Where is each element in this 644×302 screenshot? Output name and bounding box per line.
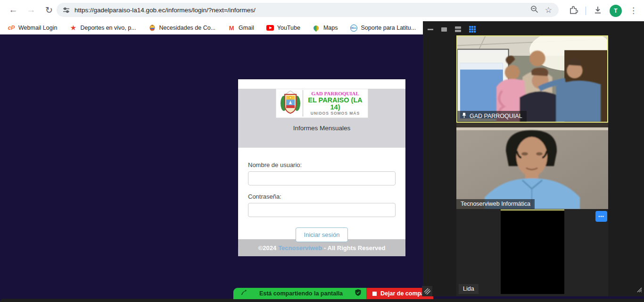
tecnoserviweb-link[interactable]: Tecnoserviweb	[278, 244, 322, 252]
speaker-view-icon[interactable]	[455, 26, 461, 32]
bookmark-maps[interactable]: Maps	[313, 24, 338, 32]
restore-icon[interactable]	[441, 27, 447, 32]
login-button[interactable]: Iniciar sesión	[296, 227, 348, 242]
sharing-status-text: Está compartiendo la pantalla	[248, 290, 355, 297]
address-bar[interactable]: https://gadelparaiso-la14.gob.ec/informe…	[57, 3, 559, 17]
bookmark-label: Gmail	[239, 25, 254, 31]
coat-of-arms-icon	[280, 90, 301, 117]
meeting-panel: GAD PARROQUIAL	[423, 21, 644, 296]
extensions-icon[interactable]	[569, 5, 578, 16]
logo-line3: UNIDOS SOMOS MÁS	[305, 111, 366, 116]
tile-name-tag: GAD PARROQUIAL	[457, 111, 527, 122]
copyright-suffix: - All Rights Reserved	[324, 244, 385, 252]
bookmark-webmail[interactable]: cP Webmail Login	[8, 24, 57, 32]
shield-check-icon[interactable]	[355, 289, 362, 298]
ecuador-crest-icon	[149, 24, 156, 32]
toolbar-divider	[586, 7, 586, 15]
logo-text: GAD PARROQUIAL EL PARAISO (LA 14) UNIDOS…	[303, 90, 368, 117]
login-card-header: GAD PARROQUIAL EL PARAISO (LA 14) UNIDOS…	[238, 89, 405, 148]
pin-icon	[462, 112, 467, 120]
bookmark-label: YouTube	[277, 25, 300, 31]
cpanel-icon: cP	[8, 24, 15, 32]
gmail-icon: M	[228, 24, 235, 32]
tile-more-options-button[interactable]: •••	[595, 211, 607, 222]
participant-name: GAD PARROQUIAL	[470, 113, 522, 119]
bookmark-label: Maps	[323, 25, 338, 31]
bookmark-soporte[interactable]: DELL Soporte para Latitu...	[350, 24, 416, 32]
password-input[interactable]	[248, 203, 396, 217]
meeting-panel-toolbar	[428, 26, 476, 33]
username-label: Nombre de usuario:	[248, 161, 396, 168]
tile-name-tag: Tecnoserviweb Informática	[456, 199, 535, 209]
video-tile-lida[interactable]: Lida	[456, 209, 608, 296]
username-input[interactable]	[248, 171, 396, 185]
login-card: GAD PARROQUIAL EL PARAISO (LA 14) UNIDOS…	[238, 79, 405, 247]
screen: ← → ↻ https://gadelparaiso-la14.gob.ec/i…	[0, 0, 644, 302]
bookmark-star-icon[interactable]: ☆	[545, 5, 552, 15]
bookmark-gmail[interactable]: M Gmail	[228, 24, 254, 32]
black-video-feed	[501, 210, 564, 294]
youtube-icon	[266, 24, 274, 32]
background-window-edge	[0, 299, 644, 302]
video-tile-gad-parroquial[interactable]: GAD PARROQUIAL	[456, 35, 608, 123]
url-text[interactable]: https://gadelparaiso-la14.gob.ec/informe…	[74, 7, 530, 14]
screen-share-icon	[240, 289, 248, 298]
logo-line2: EL PARAISO (LA 14)	[305, 97, 366, 111]
tile-name-tag: Lida	[459, 284, 479, 294]
red-star-icon: ★	[69, 24, 77, 32]
bookmark-label: Webmail Login	[18, 25, 57, 31]
bookmark-deportes[interactable]: ★ Deportes en vivo, p...	[69, 24, 136, 32]
profile-avatar[interactable]: T	[610, 5, 622, 17]
login-form: Nombre de usuario: Contraseña: Iniciar s…	[238, 148, 405, 239]
copyright-prefix: ©2024	[258, 244, 277, 252]
resize-handle-bottom-right[interactable]	[635, 285, 642, 294]
page-title: Informes Mensuales	[238, 125, 405, 132]
participant-name: Lida	[463, 285, 474, 292]
zoom-out-icon[interactable]	[530, 5, 538, 15]
logo-line1: GAD PARROQUIAL	[305, 91, 366, 97]
resize-handle-bottom-left[interactable]	[422, 286, 432, 296]
minimize-icon[interactable]	[428, 29, 433, 30]
bookmark-youtube[interactable]: YouTube	[266, 24, 300, 32]
bookmark-label: Necesidades de Co...	[159, 25, 216, 31]
site-settings-icon[interactable]	[62, 6, 70, 14]
bookmark-necesidades[interactable]: Necesidades de Co...	[149, 24, 216, 32]
sharing-status: Está compartiendo la pantalla	[233, 288, 366, 299]
browser-toolbar: ← → ↻ https://gadelparaiso-la14.gob.ec/i…	[0, 0, 644, 21]
bookmark-label: Deportes en vivo, p...	[80, 25, 136, 31]
participant-name: Tecnoserviweb Informática	[461, 201, 530, 207]
forward-icon[interactable]: →	[25, 3, 38, 17]
maps-pin-icon	[313, 24, 320, 32]
video-tile-tecnoserviweb[interactable]: Tecnoserviweb Informática	[456, 123, 608, 209]
dell-icon: DELL	[350, 24, 357, 32]
reload-icon[interactable]: ↻	[42, 3, 56, 17]
browser-menu-icon[interactable]: ⋮	[629, 6, 637, 16]
back-icon[interactable]: ←	[7, 3, 20, 17]
screen-share-bar: Está compartiendo la pantalla Dejar de c…	[233, 288, 433, 299]
downloads-icon[interactable]	[594, 6, 602, 16]
video-tiles: GAD PARROQUIAL	[456, 35, 608, 296]
stop-icon	[372, 292, 377, 296]
bookmark-label: Soporte para Latitu...	[361, 25, 416, 31]
password-label: Contraseña:	[248, 193, 396, 200]
gallery-view-icon[interactable]	[469, 26, 476, 33]
gad-logo: GAD PARROQUIAL EL PARAISO (LA 14) UNIDOS…	[276, 89, 368, 118]
